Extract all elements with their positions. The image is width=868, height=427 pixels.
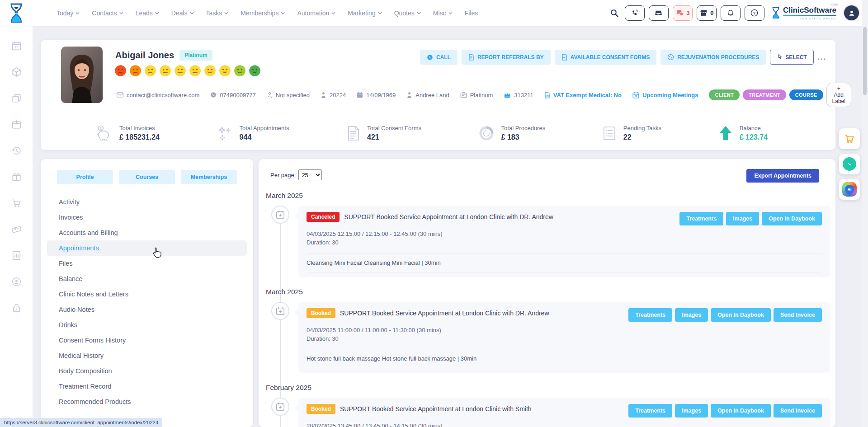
tab-memberships[interactable]: Memberships — [181, 170, 237, 184]
call-button[interactable]: CALL — [420, 50, 458, 65]
sidebar-item-appointments[interactable]: Appointments — [47, 240, 247, 256]
nav-tasks[interactable]: Tasks — [206, 9, 229, 17]
tab-courses[interactable]: Courses — [119, 170, 175, 184]
images-button[interactable]: Images — [675, 308, 708, 322]
vat-exempt-link[interactable]: VAT VAT Exempt Medical: No — [544, 92, 622, 99]
sidebar-item-consent-forms-history[interactable]: Consent Forms History — [47, 333, 247, 348]
export-appointments-button[interactable]: Export Appointments — [746, 169, 819, 183]
gift-icon[interactable] — [11, 171, 22, 183]
whatsapp-icon — [843, 157, 856, 171]
sidebar-item-activity[interactable]: Activity — [47, 194, 247, 210]
nav-files[interactable]: Files — [465, 9, 478, 17]
label-course[interactable]: COURSE — [789, 89, 823, 100]
sidebar-item-drinks[interactable]: Drinks — [47, 317, 247, 333]
client-contact-row: contact@clinicsoftware.com 07490009777 N… — [117, 83, 824, 107]
satisfaction-face-icon[interactable] — [129, 65, 142, 77]
nav-today[interactable]: Today — [57, 9, 80, 17]
notifications-button[interactable] — [721, 5, 741, 21]
inbox-button[interactable] — [649, 5, 669, 21]
user-avatar[interactable] — [843, 5, 860, 21]
sidebar-item-audio-notes[interactable]: Audio Notes — [47, 302, 247, 317]
inbox-icon — [654, 9, 663, 17]
nav-automation[interactable]: Automation — [297, 9, 335, 17]
satisfaction-scale[interactable] — [114, 65, 261, 77]
nav-deals[interactable]: Deals — [171, 9, 194, 17]
label-client[interactable]: CLIENT — [709, 89, 740, 100]
ai-assistant-fab[interactable]: AI — [839, 179, 860, 200]
nav-contacts[interactable]: Contacts — [92, 9, 123, 17]
more-options-button[interactable]: ... — [818, 53, 826, 61]
treatments-button[interactable]: Treatments — [628, 308, 672, 322]
whatsapp-fab[interactable] — [839, 154, 860, 174]
stat-pending-tasks: Pending Tasks22 — [602, 125, 661, 142]
nav-misc[interactable]: Misc — [433, 9, 453, 17]
tab-profile[interactable]: Profile — [57, 170, 113, 184]
open-in-daybook-button[interactable]: Open In Daybook — [762, 212, 822, 225]
sidebar-item-recommended-products[interactable]: Recommended Products — [47, 394, 247, 409]
shop-button[interactable]: 0 — [697, 5, 717, 21]
calendar-icon[interactable]: 12 — [11, 40, 22, 52]
select-button[interactable]: SELECT — [770, 50, 813, 65]
consent-forms-button[interactable]: AVAILABLE CONSENT FORMS — [555, 50, 657, 65]
cart-fab[interactable] — [839, 128, 860, 149]
satisfaction-face-icon[interactable] — [204, 65, 216, 77]
treatments-button[interactable]: Treatments — [679, 212, 723, 225]
open-in-daybook-button[interactable]: Open In Daybook — [711, 308, 771, 322]
report-referrals-button[interactable]: REPORT REFERRALS BY — [462, 50, 551, 65]
report-chart-icon[interactable] — [11, 250, 22, 261]
search-button[interactable] — [610, 9, 619, 18]
id-card-icon — [460, 92, 467, 99]
lock-icon[interactable] — [11, 302, 22, 314]
question-icon: ? — [750, 9, 759, 17]
support-icon[interactable] — [11, 276, 22, 287]
scrollbar-thumb[interactable] — [863, 27, 867, 95]
nav-quotes[interactable]: Quotes — [394, 9, 421, 17]
history-icon[interactable] — [11, 145, 22, 156]
sidebar-item-medical-history[interactable]: Medical History — [47, 348, 247, 363]
upcoming-meetings-link[interactable]: 12 Upcoming Meetings — [632, 92, 698, 99]
satisfaction-face-icon[interactable] — [159, 65, 171, 77]
sidebar-item-invoices[interactable]: Invoices — [47, 210, 247, 225]
open-in-daybook-button[interactable]: Open In Daybook — [711, 404, 771, 418]
basket-icon[interactable] — [11, 119, 22, 130]
satisfaction-face-icon[interactable] — [234, 65, 246, 77]
dialer-button[interactable] — [625, 5, 645, 21]
help-button[interactable]: ? — [745, 5, 764, 21]
satisfaction-face-icon[interactable] — [219, 65, 231, 77]
chat-button[interactable]: 3 — [673, 5, 693, 21]
per-page-select[interactable]: 25 — [298, 169, 322, 180]
appointment-datetime: 04/03/2025 11:00:00 / 11:00:00 - 11:30:0… — [307, 326, 822, 335]
nav-marketing[interactable]: Marketing — [348, 9, 382, 17]
arrow-up-icon — [718, 125, 733, 141]
sidebar-item-treatment-record[interactable]: Treatment Record — [47, 379, 247, 394]
nav-memberships[interactable]: Memberships — [241, 9, 285, 17]
cart-icon[interactable] — [11, 197, 22, 209]
treatments-button[interactable]: Treatments — [628, 404, 672, 418]
images-button[interactable]: Images — [726, 212, 759, 225]
nav-leads[interactable]: Leads — [136, 9, 159, 17]
add-label-button[interactable]: + Add Label — [826, 83, 851, 107]
label-treatment[interactable]: TREATMENT — [743, 89, 786, 100]
stat-balance: Balance£ 123.74 — [718, 125, 768, 141]
voucher-icon[interactable] — [11, 224, 22, 235]
rejuvenation-procedures-button[interactable]: REJUVENATION PROCEDURES — [660, 50, 766, 65]
send-invoice-button[interactable]: Send Invoice — [774, 404, 822, 418]
page-scrollbar[interactable] — [862, 0, 868, 427]
send-invoice-button[interactable]: Send Invoice — [774, 308, 822, 322]
hourglass-logo-icon — [9, 3, 24, 23]
satisfaction-face-icon[interactable] — [144, 65, 156, 77]
package-icon[interactable] — [11, 66, 22, 78]
satisfaction-face-icon[interactable] — [114, 65, 127, 77]
sidebar-item-accounts-and-billing[interactable]: Accounts and Billing — [47, 225, 247, 240]
app-logo[interactable] — [0, 3, 33, 23]
sidebar-item-body-composition[interactable]: Body Composition — [47, 363, 247, 379]
satisfaction-face-icon[interactable] — [249, 65, 261, 77]
satisfaction-face-icon[interactable] — [189, 65, 201, 77]
copy-icon[interactable] — [11, 93, 22, 104]
sidebar-item-balance[interactable]: Balance — [47, 271, 247, 286]
satisfaction-face-icon[interactable] — [174, 65, 186, 77]
images-button[interactable]: Images — [675, 404, 708, 418]
sidebar-item-clinic-notes-and-letters[interactable]: Clinic Notes and Letters — [47, 286, 247, 302]
sidebar-item-files[interactable]: Files — [47, 256, 247, 271]
client-photo[interactable] — [61, 47, 103, 103]
